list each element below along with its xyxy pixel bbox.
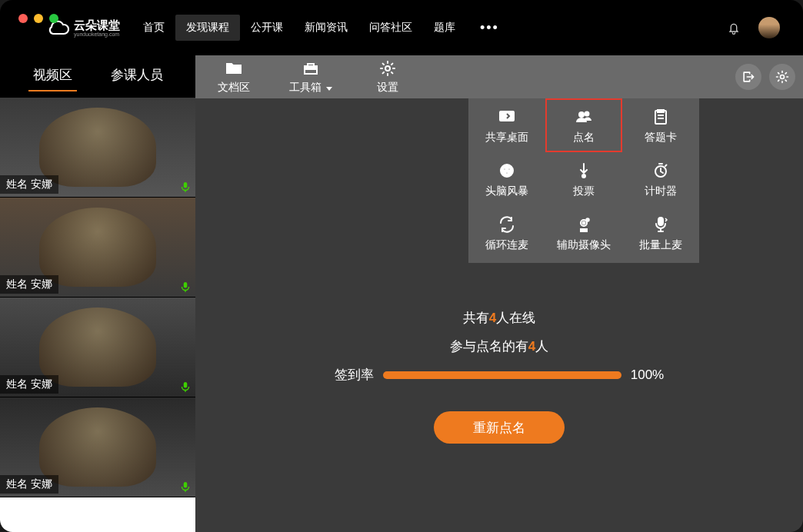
participant-name-tag: 姓名 安娜 — [0, 175, 58, 194]
tool-cycle-mic[interactable]: 循环连麦 — [468, 206, 545, 260]
mic-on-icon — [178, 480, 192, 494]
tool-people[interactable]: 点名 — [545, 98, 622, 152]
checkin-rate-progress — [383, 371, 621, 379]
share-screen-icon — [498, 108, 516, 126]
exit-icon — [741, 69, 756, 85]
checkin-rate-row: 签到率 100% — [335, 366, 664, 384]
gear-icon — [775, 69, 790, 85]
participant-name-tag: 姓名 安娜 — [0, 375, 58, 394]
nav-0[interactable]: 首页 — [132, 15, 175, 41]
side-tab-0[interactable]: 视频区 — [18, 62, 88, 91]
tool-label: 批量上麦 — [639, 238, 682, 252]
nav-4[interactable]: 问答社区 — [358, 15, 423, 41]
online-count: 共有4人在线 — [463, 309, 535, 327]
tool-vote[interactable]: 投票 — [545, 152, 622, 206]
settings-round-button[interactable] — [769, 64, 795, 90]
tool-timer[interactable]: 计时器 — [622, 152, 699, 206]
exit-button[interactable] — [735, 64, 761, 90]
tool-share-screen[interactable]: 共享桌面 — [468, 98, 545, 152]
tool-aux-camera[interactable]: 辅助摄像头 — [545, 206, 622, 260]
user-avatar[interactable] — [758, 17, 780, 38]
toolbar-toolbox[interactable]: 工具箱 — [272, 55, 349, 98]
batch-mic-icon — [651, 215, 670, 234]
toolbar-label: 文档区 — [218, 81, 250, 95]
tool-label: 答题卡 — [645, 131, 677, 145]
brainstorm-icon — [498, 161, 516, 180]
toolbar-folder[interactable]: 文档区 — [195, 55, 272, 98]
chevron-down-icon — [326, 87, 332, 91]
gear-icon — [378, 59, 397, 78]
logo-text: 云朵课堂 — [74, 19, 120, 31]
roll-call-status: 共有4人在线 参与点名的有4人 签到率 100% 重新点名 — [195, 309, 803, 444]
participant-name-tag: 姓名 安娜 — [0, 275, 58, 294]
toolbox-icon — [302, 59, 320, 78]
logo-subtext: yunduoketang.com — [74, 32, 120, 37]
sidebar-tabs: 视频区参课人员 — [0, 55, 195, 98]
top-nav: 云朵课堂 yunduoketang.com 首页发现课程公开课新闻资讯问答社区题… — [0, 0, 803, 55]
tools-dropdown: 共享桌面点名答题卡头脑风暴投票计时器循环连麦辅助摄像头批量上麦 — [468, 98, 699, 263]
tool-brainstorm[interactable]: 头脑风暴 — [468, 152, 545, 206]
content-area: 文档区工具箱 设置 共享桌面点名答题卡头脑风暴投票计时器循环连麦辅助摄像头批量上… — [195, 55, 803, 532]
mic-on-icon — [178, 180, 192, 194]
participant-tile[interactable]: 姓名 安娜 — [0, 198, 195, 298]
mic-on-icon — [178, 380, 192, 394]
people-icon — [575, 108, 593, 126]
folder-icon — [225, 59, 243, 78]
tool-label: 辅助摄像头 — [557, 238, 611, 252]
retry-rollcall-button[interactable]: 重新点名 — [434, 411, 565, 444]
tool-label: 点名 — [573, 131, 595, 145]
tool-batch-mic[interactable]: 批量上麦 — [622, 206, 699, 260]
mic-on-icon — [178, 280, 192, 294]
participant-tile[interactable]: 姓名 安娜 — [0, 298, 195, 397]
app-window: 云朵课堂 yunduoketang.com 首页发现课程公开课新闻资讯问答社区题… — [0, 0, 803, 532]
tool-label: 循环连麦 — [485, 238, 528, 252]
tool-label: 计时器 — [645, 185, 677, 198]
nav-1[interactable]: 发现课程 — [175, 15, 240, 41]
content-toolbar: 文档区工具箱 设置 — [195, 55, 803, 98]
notifications-icon[interactable] — [726, 20, 741, 35]
rollcall-count: 参与点名的有4人 — [450, 337, 548, 355]
answer-card-icon — [651, 108, 670, 126]
vote-icon — [575, 161, 593, 180]
toolbar-label: 工具箱 — [289, 81, 332, 95]
timer-icon — [651, 161, 670, 180]
tool-label: 头脑风暴 — [485, 185, 528, 198]
toolbar-gear[interactable]: 设置 — [349, 55, 426, 98]
empty-participant-slot — [0, 497, 195, 532]
checkin-rate-value: 100% — [631, 367, 664, 383]
nav-5[interactable]: 题库 — [423, 15, 466, 41]
cycle-mic-icon — [498, 215, 516, 234]
aux-camera-icon — [575, 215, 593, 234]
nav-2[interactable]: 公开课 — [240, 15, 294, 41]
side-tab-1[interactable]: 参课人员 — [95, 62, 178, 91]
tool-label: 投票 — [573, 185, 595, 198]
participant-tile[interactable]: 姓名 安娜 — [0, 397, 195, 497]
nav-more[interactable]: ••• — [469, 17, 510, 38]
window-controls — [18, 14, 58, 23]
main-area: 视频区参课人员 姓名 安娜姓名 安娜姓名 安娜姓名 安娜 文档区工具箱 设置 共… — [0, 55, 803, 532]
checkin-rate-label: 签到率 — [335, 366, 374, 384]
participant-name-tag: 姓名 安娜 — [0, 475, 58, 494]
toolbar-label: 设置 — [377, 81, 398, 95]
maximize-window-button[interactable] — [49, 14, 58, 23]
svg-point-0 — [781, 75, 785, 79]
minimize-window-button[interactable] — [34, 14, 43, 23]
tool-answer-card[interactable]: 答题卡 — [622, 98, 699, 152]
participant-tile[interactable]: 姓名 安娜 — [0, 98, 195, 198]
nav-3[interactable]: 新闻资讯 — [294, 15, 358, 41]
tool-label: 共享桌面 — [485, 131, 528, 145]
logo: 云朵课堂 yunduoketang.com — [48, 19, 120, 37]
sidebar: 视频区参课人员 姓名 安娜姓名 安娜姓名 安娜姓名 安娜 — [0, 55, 195, 532]
participant-list: 姓名 安娜姓名 安娜姓名 安娜姓名 安娜 — [0, 98, 195, 532]
close-window-button[interactable] — [18, 14, 28, 23]
